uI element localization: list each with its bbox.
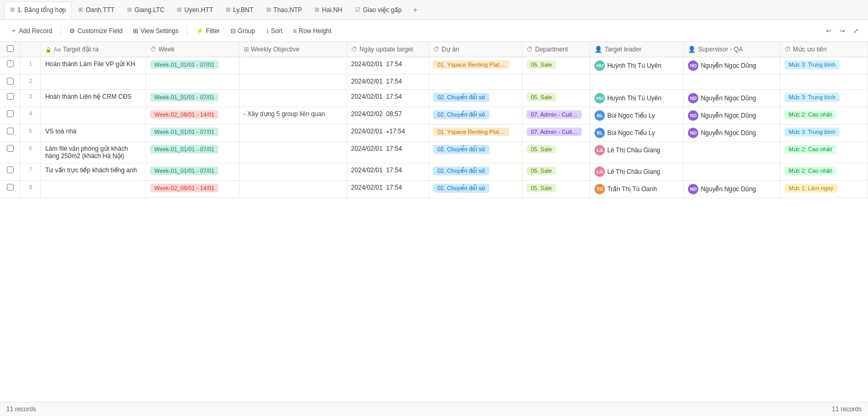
week-cell[interactable]: Week-01_01/01 - 07/01 — [145, 90, 239, 107]
week-cell[interactable]: Week-01_01/01 - 07/01 — [145, 124, 239, 142]
row-checkbox[interactable] — [7, 184, 14, 191]
duan-cell[interactable]: 02. Chuyển đổi số — [429, 181, 522, 198]
dept-cell[interactable]: 05. Sale — [522, 163, 590, 181]
week-cell[interactable]: Week-01_01/01 - 07/01 — [145, 142, 239, 163]
add-tab-button[interactable]: + — [409, 3, 422, 17]
supervisor-cell[interactable]: NDNguyễn Ngọc Dũng — [684, 124, 780, 142]
weekly-cell[interactable] — [239, 90, 347, 107]
tab-tab7[interactable]: ⊞Hai.NH — [309, 2, 348, 18]
header-weekly[interactable]: ⊞ Weekly Objective — [239, 42, 347, 57]
tab-tab8[interactable]: ☑Giao việc gấp — [349, 2, 407, 18]
duan-cell[interactable]: 02. Chuyển đổi số — [429, 90, 522, 107]
supervisor-cell[interactable] — [684, 142, 780, 163]
tab-tab5[interactable]: ⊞Ly.BNT — [220, 2, 259, 18]
row-checkbox[interactable] — [7, 93, 14, 100]
row-height-button[interactable]: ≡ Row Height — [289, 25, 336, 37]
supervisor-cell[interactable]: NDNguyễn Ngọc Dũng — [684, 90, 780, 107]
undo-button[interactable]: ↩ — [823, 25, 834, 37]
dept-cell[interactable]: 07. Admin - Cult… — [522, 124, 590, 142]
leader-cell[interactable]: BLBùi Ngọc Tiểu Ly — [590, 107, 684, 124]
weekly-cell[interactable] — [239, 142, 347, 163]
weekly-cell[interactable] — [239, 163, 347, 181]
leader-cell[interactable]: LGLê Thị Châu Giang — [590, 142, 684, 163]
header-supervisor[interactable]: 👤 Supervisor - QA — [684, 42, 780, 57]
week-cell[interactable]: Week-02_08/01 - 14/01 — [145, 181, 239, 198]
supervisor-cell[interactable]: NDNguyễn Ngọc Dũng — [684, 57, 780, 75]
row-checkbox-cell[interactable] — [0, 163, 20, 181]
row-checkbox-cell[interactable] — [0, 107, 20, 124]
dept-cell[interactable]: 05. Sale — [522, 142, 590, 163]
mucuu-cell[interactable]: Mức 1: Làm ngay — [780, 181, 867, 198]
target-cell[interactable]: Hoàn thành Liên hệ CRM CĐS — [41, 90, 146, 107]
tab-tab2[interactable]: ⊞Oanh.TTT — [72, 2, 120, 18]
header-week[interactable]: ⏱ Week — [145, 42, 239, 57]
tab-tab6[interactable]: ⊞Thao.NTP — [260, 2, 308, 18]
dept-cell[interactable]: 05. Sale — [522, 181, 590, 198]
date-cell[interactable]: 2024/02/01 17:54 — [347, 163, 428, 181]
date-cell[interactable]: 2024/02/01 17:54 — [347, 90, 428, 107]
tab-tab4[interactable]: ⊞Uyen.HTT — [171, 2, 219, 18]
expand-button[interactable]: ⤢ — [850, 25, 862, 37]
supervisor-cell[interactable]: NDNguyễn Ngọc Dũng — [684, 107, 780, 124]
row-checkbox-cell[interactable] — [0, 181, 20, 198]
row-checkbox[interactable] — [7, 128, 14, 134]
group-button[interactable]: ⊟ Group — [226, 25, 259, 37]
mucuu-cell[interactable]: Mức 2: Cao nhất — [780, 163, 867, 181]
header-checkbox[interactable] — [0, 42, 20, 57]
weekly-cell[interactable] — [239, 181, 347, 198]
date-cell[interactable]: 2024/02/02 08:57 — [347, 107, 428, 124]
tab-tab1[interactable]: ⊞1. Bảng tổng hợp — [4, 2, 71, 18]
leader-cell[interactable]: HUHuỳnh Thị Tú Uyên — [590, 90, 684, 107]
leader-cell[interactable] — [590, 75, 684, 90]
row-checkbox[interactable] — [7, 110, 14, 117]
row-checkbox-cell[interactable] — [0, 142, 20, 163]
target-cell[interactable]: VS toà nhà — [41, 124, 146, 142]
row-checkbox[interactable] — [7, 78, 14, 85]
mucuu-cell[interactable]: Mức 2: Cao nhất — [780, 107, 867, 124]
supervisor-cell[interactable] — [684, 75, 780, 90]
date-cell[interactable]: 2024/02/01 17:54 — [347, 57, 428, 75]
row-checkbox-cell[interactable] — [0, 124, 20, 142]
header-date[interactable]: ⏱ Ngày update target — [347, 42, 428, 57]
header-target[interactable]: 🔒 Aa Target đặt ra — [41, 42, 146, 57]
sort-button[interactable]: ↕ Sort — [262, 25, 287, 37]
target-cell[interactable] — [41, 181, 146, 198]
mucuu-cell[interactable]: Mức 3: Trung bình — [780, 124, 867, 142]
view-settings-button[interactable]: ⊞ View Settings — [129, 25, 183, 37]
mucuu-cell[interactable]: Mức 2: Cao nhất — [780, 142, 867, 163]
week-cell[interactable]: Week-01_01/01 - 07/01 — [145, 57, 239, 75]
header-mucuu[interactable]: ⏱ Mức ưu tiên — [780, 42, 867, 57]
target-cell[interactable]: Hoàn thành Làm File VP gửi KH — [41, 57, 146, 75]
row-checkbox-cell[interactable] — [0, 57, 20, 75]
target-cell[interactable] — [41, 75, 146, 90]
header-dept[interactable]: ⏱ Department — [522, 42, 590, 57]
leader-cell[interactable]: LGLê Thị Châu Giang — [590, 163, 684, 181]
date-cell[interactable]: 2024/02/01 17:54 — [347, 142, 428, 163]
select-all-checkbox[interactable] — [7, 45, 14, 52]
row-checkbox[interactable] — [7, 60, 14, 67]
duan-cell[interactable]: 02. Chuyển đổi số — [429, 107, 522, 124]
date-cell[interactable]: 2024/02/01 ●17:54 — [347, 124, 428, 142]
target-cell[interactable] — [41, 107, 146, 124]
duan-cell[interactable]: 02. Chuyển đổi số — [429, 163, 522, 181]
leader-cell[interactable]: TOTrần Thị Tú Oanh — [590, 181, 684, 198]
leader-cell[interactable]: BLBùi Ngọc Tiểu Ly — [590, 124, 684, 142]
add-record-button[interactable]: ＋ Add Record — [6, 24, 56, 37]
header-leader[interactable]: 👤 Target leader — [590, 42, 684, 57]
target-cell[interactable]: Làm file văn phòng gửi khách hàng 250m2 … — [41, 142, 146, 163]
weekly-cell[interactable]: - Xây dựng 5 group liên quan — [239, 107, 347, 124]
row-checkbox[interactable] — [7, 167, 14, 173]
week-cell[interactable] — [145, 75, 239, 90]
supervisor-cell[interactable] — [684, 163, 780, 181]
row-checkbox[interactable] — [7, 145, 14, 152]
dept-cell[interactable]: 07. Admin - Cult… — [522, 107, 590, 124]
header-duan[interactable]: ⏱ Dự án — [429, 42, 522, 57]
weekly-cell[interactable] — [239, 57, 347, 75]
supervisor-cell[interactable]: NDNguyễn Ngọc Dũng — [684, 181, 780, 198]
duan-cell[interactable]: 01. Yspace Renting Plat… — [429, 124, 522, 142]
leader-cell[interactable]: HUHuỳnh Thị Tú Uyên — [590, 57, 684, 75]
dept-cell[interactable]: 05. Sale — [522, 90, 590, 107]
duan-cell[interactable] — [429, 75, 522, 90]
duan-cell[interactable]: 01. Yspace Renting Plat… — [429, 57, 522, 75]
duan-cell[interactable]: 02. Chuyển đổi số — [429, 142, 522, 163]
